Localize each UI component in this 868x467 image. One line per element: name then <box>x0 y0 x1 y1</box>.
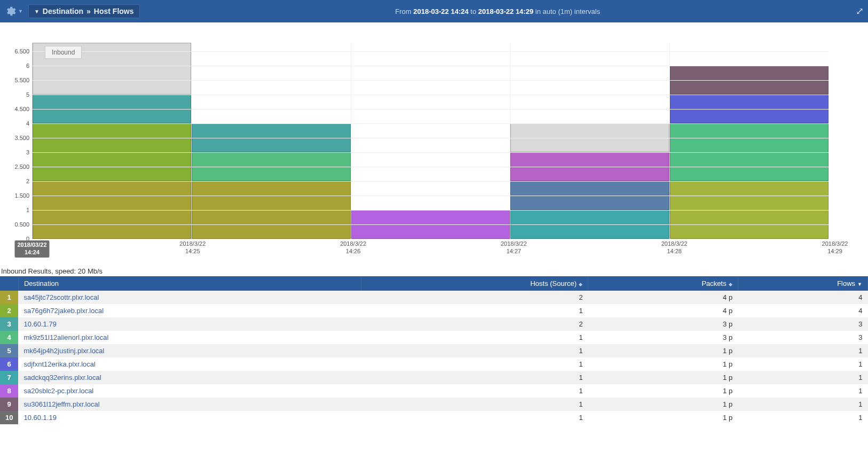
destination-link[interactable]: su3061l12jeffm.plxr.local <box>23 400 99 408</box>
cell-destination: sa76g6h72jakeb.plxr.local <box>18 304 361 317</box>
cell-hosts: 2 <box>361 317 588 331</box>
cell-packets: 1 p <box>588 357 738 371</box>
legend-item: Inbound <box>52 49 75 56</box>
cell-packets: 4 p <box>588 304 738 317</box>
bar-column[interactable] <box>670 43 828 239</box>
cell-packets: 1 p <box>588 371 738 384</box>
table-row: 7sadckqq32erins.plxr.local11 p1 <box>0 371 868 384</box>
time-range-display[interactable]: From 2018-03-22 14:24 to 2018-03-22 14:2… <box>140 7 856 15</box>
destination-link[interactable]: sdjfxnt12erika.plxr.local <box>23 360 95 368</box>
destination-link[interactable]: sa20sblc2-pc.plxr.local <box>23 387 93 395</box>
breadcrumb[interactable]: ▼ Destination » Host Flows <box>28 4 140 18</box>
y-tick: 1.500 <box>14 192 33 199</box>
results-header: Inbound Results, speed: 20 Mb/s <box>1 267 868 275</box>
bar-column[interactable] <box>351 43 510 239</box>
table-row: 2sa76g6h72jakeb.plxr.local14 p4 <box>0 304 868 317</box>
col-index <box>0 276 18 291</box>
chart-area: Inbound 00.50011.50022.50033.50044.50055… <box>0 25 868 258</box>
breadcrumb-dropdown-icon: ▼ <box>34 9 40 14</box>
cell-flows: 1 <box>738 398 867 411</box>
destination-link[interactable]: mk64jp4h2justinj.plxr.local <box>23 347 104 355</box>
y-tick: 5 <box>26 91 33 98</box>
chart-legend[interactable]: Inbound <box>45 46 82 59</box>
sort-icon: ◆ <box>729 282 732 287</box>
cell-packets: 1 p <box>588 344 738 357</box>
destination-link[interactable]: sadckqq32erins.plxr.local <box>23 373 101 382</box>
cell-flows: 3 <box>738 317 867 331</box>
y-tick: 4.500 <box>14 106 33 112</box>
table-row: 310.60.1.7923 p3 <box>0 317 868 331</box>
cell-destination: 10.60.1.19 <box>18 411 361 424</box>
breadcrumb-page: Host Flows <box>94 7 134 15</box>
row-index: 2 <box>0 304 18 317</box>
cell-flows: 3 <box>738 331 867 344</box>
col-destination[interactable]: Destination <box>18 276 361 291</box>
col-flows[interactable]: Flows▼ <box>738 276 867 291</box>
sort-icon: ◆ <box>579 282 582 287</box>
col-hosts[interactable]: Hosts (Source)◆ <box>361 276 588 291</box>
cell-packets: 1 p <box>588 384 738 398</box>
cell-hosts: 1 <box>361 371 588 384</box>
destination-link[interactable]: sa45jtc72scottr.plxr.local <box>23 293 99 301</box>
cell-hosts: 2 <box>361 291 588 304</box>
table-row: 6sdjfxnt12erika.plxr.local11 p1 <box>0 357 868 371</box>
cell-hosts: 1 <box>361 398 588 411</box>
cell-flows: 1 <box>738 357 867 371</box>
cell-destination: sa45jtc72scottr.plxr.local <box>18 291 361 304</box>
cell-packets: 4 p <box>588 291 738 304</box>
cell-packets: 3 p <box>588 331 738 344</box>
y-tick: 6.500 <box>14 48 33 55</box>
sort-desc-icon: ▼ <box>857 282 862 287</box>
x-tick: 2018/3/2214:28 <box>661 240 688 255</box>
destination-link[interactable]: 10.60.1.79 <box>23 320 56 328</box>
cell-flows: 4 <box>738 291 867 304</box>
y-tick: 3.500 <box>14 135 33 141</box>
table-row: 1sa45jtc72scottr.plxr.local24 p4 <box>0 291 868 304</box>
row-index: 4 <box>0 331 18 344</box>
cell-flows: 1 <box>738 371 867 384</box>
x-tick: 2018/03/2214:24 <box>14 240 49 258</box>
bar-column[interactable] <box>510 43 669 239</box>
x-tick: 2018/3/2214:25 <box>179 240 206 255</box>
cell-packets: 3 p <box>588 317 738 331</box>
row-index: 8 <box>0 384 18 398</box>
col-packets[interactable]: Packets◆ <box>588 276 738 291</box>
cell-hosts: 1 <box>361 384 588 398</box>
x-tick: 2018/3/2214:29 <box>822 240 848 255</box>
bar-column[interactable] <box>192 43 351 239</box>
destination-link[interactable]: 10.60.1.19 <box>23 414 56 422</box>
cell-packets: 1 p <box>588 398 738 411</box>
table-row: 9su3061l12jeffm.plxr.local11 p1 <box>0 398 868 411</box>
table-row: 4mk9z51l12alienorl.plxr.local13 p3 <box>0 331 868 344</box>
x-tick: 2018/3/2214:26 <box>340 240 366 255</box>
y-tick: 2.500 <box>14 164 33 170</box>
breadcrumb-category: Destination <box>43 7 83 15</box>
cell-flows: 1 <box>738 384 867 398</box>
expand-icon[interactable]: ⤢ <box>856 5 864 17</box>
y-tick: 0.500 <box>14 221 33 228</box>
destination-link[interactable]: mk9z51l12alienorl.plxr.local <box>23 333 108 341</box>
cell-hosts: 1 <box>361 411 588 424</box>
table-row: 1010.60.1.1911 p1 <box>0 411 868 424</box>
cell-destination: su3061l12jeffm.plxr.local <box>18 398 361 411</box>
destination-link[interactable]: sa76g6h72jakeb.plxr.local <box>23 307 104 315</box>
y-tick: 6 <box>26 63 33 69</box>
y-tick: 2 <box>26 178 33 184</box>
bar-column[interactable] <box>33 43 192 239</box>
cell-flows: 4 <box>738 304 867 317</box>
y-tick: 4 <box>26 120 33 127</box>
row-index: 3 <box>0 317 18 331</box>
row-index: 10 <box>0 411 18 424</box>
row-index: 9 <box>0 398 18 411</box>
gear-icon[interactable] <box>4 5 16 17</box>
chart-plot[interactable]: 00.50011.50022.50033.50044.50055.50066.5… <box>32 43 828 239</box>
topbar: ▼ ▼ Destination » Host Flows From 2018-0… <box>0 0 868 22</box>
row-index: 5 <box>0 344 18 357</box>
y-tick: 3 <box>26 149 33 155</box>
gear-dropdown-icon[interactable]: ▼ <box>18 9 23 14</box>
chart-x-axis: 2018/03/2214:242018/3/2214:252018/3/2214… <box>32 239 835 258</box>
table-row: 8sa20sblc2-pc.plxr.local11 p1 <box>0 384 868 398</box>
cell-hosts: 1 <box>361 357 588 371</box>
cell-destination: mk9z51l12alienorl.plxr.local <box>18 331 361 344</box>
cell-flows: 1 <box>738 411 867 424</box>
